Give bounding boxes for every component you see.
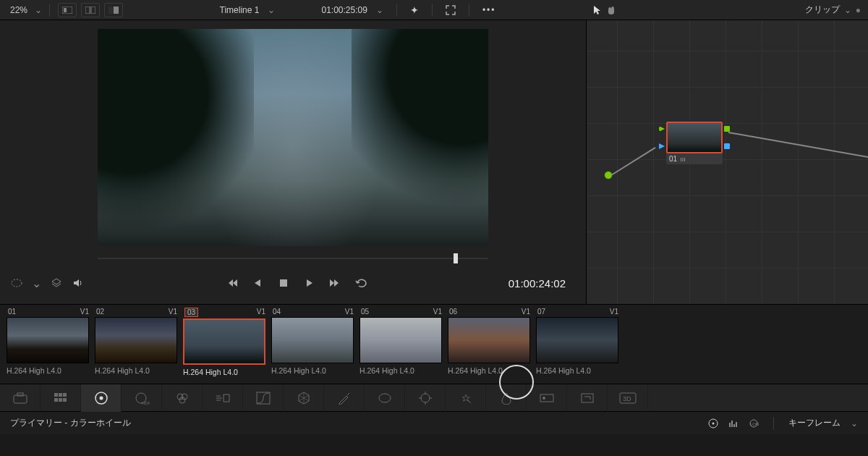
log-mode-icon[interactable]: LOG [749, 418, 759, 428]
volume-icon[interactable] [72, 276, 85, 290]
prev-frame-button[interactable] [251, 276, 264, 290]
bars-mode-icon[interactable] [728, 418, 739, 428]
clip-item[interactable]: 04V1H.264 High L4.0 [271, 305, 355, 384]
clip-item-selected[interactable]: 03V1H.264 High L4.0 [183, 305, 267, 384]
bottom-bar: プライマリー - カラーホイール LOG キーフレーム ⌄ [0, 411, 868, 434]
chevron-down-icon[interactable]: ⌄ [844, 5, 851, 15]
stop-button[interactable] [277, 276, 290, 290]
node-link [610, 147, 655, 176]
scrubber-handle[interactable] [454, 253, 458, 263]
play-button[interactable] [303, 276, 316, 290]
expand-icon[interactable] [446, 5, 456, 15]
svg-text:HDR: HDR [142, 401, 150, 405]
camera-raw-icon[interactable] [0, 384, 41, 412]
chevron-down-icon[interactable]: ⌄ [35, 5, 42, 15]
node-output-alpha[interactable] [724, 143, 730, 149]
chevron-down-icon[interactable]: ⌄ [376, 5, 383, 15]
zoom-level[interactable]: 22% [6, 4, 32, 17]
hdr-wheels-icon[interactable]: HDR [122, 384, 162, 412]
loop-button[interactable] [355, 276, 368, 290]
bars-icon: ııı [680, 156, 686, 163]
view-mode-single-icon[interactable] [58, 3, 77, 17]
blur-icon[interactable] [486, 384, 527, 412]
window-icon[interactable] [365, 384, 405, 412]
curves-icon[interactable] [243, 384, 284, 412]
magic-icon[interactable]: ✦ [410, 4, 419, 16]
svg-rect-14 [59, 398, 62, 402]
svg-text:LOG: LOG [750, 422, 759, 426]
svg-rect-5 [114, 7, 119, 14]
view-mode-dual-icon[interactable] [81, 3, 100, 17]
palette-toolbar: HDR 3D [0, 384, 868, 411]
pointer-tool-icon[interactable] [593, 5, 602, 15]
svg-point-6 [12, 279, 22, 287]
color-wheels-icon[interactable] [81, 384, 122, 412]
clip-thumbnails: 01V1H.264 High L4.0 02V1H.264 High L4.0 … [0, 304, 868, 384]
svg-rect-1 [64, 8, 67, 12]
chevron-down-icon[interactable]: ⌄ [851, 418, 858, 428]
color-node[interactable]: 01ııı [666, 122, 723, 164]
first-frame-button[interactable] [225, 276, 238, 290]
clip-item[interactable]: 02V1H.264 High L4.0 [95, 305, 179, 384]
3d-icon[interactable]: 3D [608, 384, 648, 412]
clip-item[interactable]: 07V1H.264 High L4.0 [536, 305, 620, 384]
svg-point-25 [421, 394, 430, 402]
timeline-name[interactable]: Timeline 1 [220, 5, 260, 15]
svg-rect-15 [63, 398, 67, 402]
key-icon[interactable] [527, 384, 567, 412]
svg-rect-10 [54, 393, 58, 397]
magic-mask-icon[interactable] [446, 384, 486, 412]
clip-item[interactable]: 06V1H.264 High L4.0 [448, 305, 532, 384]
svg-rect-3 [91, 7, 95, 14]
node-graph[interactable]: 01ııı [586, 20, 868, 304]
chevron-down-icon[interactable]: ⌄ [268, 5, 275, 15]
clip-item[interactable]: 05V1H.264 High L4.0 [359, 305, 443, 384]
viewer-timecode[interactable]: 01:00:24:02 [509, 277, 576, 290]
last-frame-button[interactable] [329, 276, 342, 290]
palette-title: プライマリー - カラーホイール [10, 417, 708, 429]
node-input-alpha[interactable] [659, 143, 665, 149]
node-output-rgb[interactable] [724, 126, 730, 132]
layers-icon[interactable] [50, 276, 63, 290]
color-warper-icon[interactable] [284, 384, 324, 412]
svg-rect-8 [14, 395, 27, 403]
top-bar: 22% ⌄ Timeline 1 ⌄ 01:00:25:09 ⌄ ✦ ••• ク… [0, 0, 868, 20]
sizing-icon[interactable] [567, 384, 608, 412]
node-link [728, 132, 868, 159]
more-icon[interactable]: ••• [482, 5, 496, 15]
color-match-icon[interactable] [41, 384, 81, 412]
source-timecode[interactable]: 01:00:25:09 [321, 5, 367, 15]
wheels-mode-icon[interactable] [708, 418, 718, 428]
viewer-panel: ⌄ 01:00:24:02 [0, 20, 586, 304]
clip-panel-label[interactable]: クリップ [805, 4, 840, 16]
clip-item[interactable]: 01V1H.264 High L4.0 [7, 305, 90, 384]
svg-rect-11 [59, 393, 62, 397]
tracking-icon[interactable] [405, 384, 446, 412]
keyframe-panel-label[interactable]: キーフレーム [788, 417, 841, 429]
svg-point-17 [99, 396, 103, 400]
node-input-rgb[interactable] [659, 126, 665, 132]
chevron-down-icon[interactable]: ⌄ [32, 276, 41, 290]
svg-rect-28 [582, 394, 593, 402]
svg-text:3D: 3D [623, 395, 631, 402]
transport-controls: ⌄ 01:00:24:02 [0, 269, 586, 297]
svg-rect-4 [109, 7, 114, 14]
highlight-mode-icon[interactable] [104, 3, 123, 17]
node-label: 01ııı [666, 153, 723, 164]
svg-rect-13 [54, 398, 58, 402]
motion-effects-icon[interactable] [203, 384, 243, 412]
main-area: ⌄ 01:00:24:02 01ııı [0, 20, 868, 304]
node-thumbnail [666, 122, 723, 153]
svg-rect-2 [85, 7, 90, 14]
viewer-image[interactable] [98, 29, 488, 246]
svg-rect-12 [63, 393, 67, 397]
svg-rect-26 [540, 394, 553, 402]
viewer-scrubber[interactable] [98, 252, 488, 265]
svg-point-32 [712, 422, 715, 424]
rgb-mixer-icon[interactable] [162, 384, 203, 412]
hand-tool-icon[interactable] [606, 5, 616, 15]
bypass-icon[interactable] [10, 276, 23, 290]
qualifier-icon[interactable] [324, 384, 365, 412]
svg-point-27 [542, 397, 545, 400]
node-snap-icon[interactable]: ● [856, 5, 861, 15]
